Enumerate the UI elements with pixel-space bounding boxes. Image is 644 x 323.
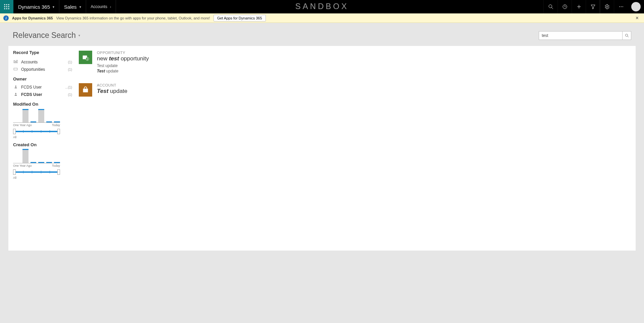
svg-point-18: [622, 6, 623, 7]
search-heading[interactable]: Relevance Search ▾: [13, 31, 80, 40]
chevron-down-icon: ▾: [53, 5, 54, 9]
user-avatar[interactable]: [631, 2, 641, 11]
waffle-icon: [4, 4, 10, 10]
facet-owner-label: Owner: [13, 76, 72, 82]
svg-point-26: [15, 93, 16, 94]
facet-row-accounts[interactable]: Accounts (1): [13, 58, 72, 66]
svg-point-25: [15, 86, 16, 87]
search-box-wrap: [539, 31, 631, 40]
get-apps-button[interactable]: Get Apps for Dynamics 365: [214, 15, 266, 21]
app-launcher-button[interactable]: [0, 0, 13, 13]
title-pre: new: [97, 55, 109, 62]
search-submit-button[interactable]: [623, 31, 631, 40]
filter-icon: [590, 4, 596, 9]
results-list: OPPORTUNITY new test opportunity Test up…: [75, 46, 636, 251]
svg-rect-5: [8, 6, 9, 7]
breadcrumb-label: Accounts: [91, 4, 107, 9]
chart-tick: [54, 162, 60, 163]
facet-count: ...(1): [65, 86, 72, 89]
chart-axis-labels: One Year Ago Today: [13, 123, 60, 127]
title-post: update: [108, 88, 127, 94]
svg-rect-24: [14, 68, 17, 70]
user-icon: [13, 85, 18, 90]
advanced-find-button[interactable]: [586, 0, 600, 13]
slider-handle-right[interactable]: [57, 169, 60, 175]
facet-label: FCDS User: [21, 85, 42, 90]
chart-tick: [31, 162, 37, 163]
created-on-chart: One Year Ago Today All: [13, 149, 60, 179]
svg-point-17: [621, 6, 621, 7]
svg-rect-0: [4, 4, 5, 5]
result-title[interactable]: Test update: [97, 88, 127, 95]
facet-modified-label: Modified On: [13, 102, 72, 107]
slider-handle-left[interactable]: [13, 129, 16, 134]
global-search-button[interactable]: [543, 0, 558, 13]
chart-tick: [54, 121, 60, 122]
search-icon: [625, 34, 629, 38]
sandbox-watermark: SANDBOX: [295, 2, 349, 11]
facet-row-owner[interactable]: FCDS User (1): [13, 91, 72, 98]
facet-created-label: Created On: [13, 142, 72, 147]
chevron-down-icon: ▾: [78, 34, 80, 37]
area-dropdown[interactable]: Sales ▾: [59, 0, 86, 13]
notif-close-button[interactable]: ×: [634, 15, 641, 21]
account-icon: [79, 83, 92, 97]
facet-row-owner[interactable]: FCDS User ...(1): [13, 84, 72, 91]
facet-label: Opportunities: [21, 67, 45, 72]
modified-on-slider[interactable]: [13, 129, 60, 135]
svg-rect-7: [6, 8, 7, 9]
brand-dropdown[interactable]: Dynamics 365 ▾: [13, 0, 59, 13]
opportunity-icon: [79, 51, 92, 64]
search-input[interactable]: [539, 31, 623, 40]
content-panel: Record Type Accounts (1) Opportunities (…: [8, 46, 636, 251]
svg-rect-30: [87, 59, 88, 60]
top-nav-bar: Dynamics 365 ▾ Sales ▾ Accounts › SANDBO…: [0, 0, 644, 13]
breadcrumb[interactable]: Accounts ›: [86, 0, 116, 13]
modified-on-bars: [13, 109, 60, 123]
facet-row-opportunities[interactable]: Opportunities (1): [13, 66, 72, 73]
notif-title: Apps for Dynamics 365: [12, 16, 53, 20]
slider-ticks: [14, 130, 59, 133]
info-icon: i: [3, 15, 9, 21]
chart-bar: [22, 109, 28, 122]
svg-rect-3: [4, 6, 5, 7]
axis-left: One Year Ago: [13, 123, 32, 127]
chart-bar: [22, 149, 28, 163]
svg-rect-31: [83, 89, 88, 93]
chevron-right-icon: ›: [110, 5, 111, 9]
svg-point-16: [619, 6, 620, 7]
svg-line-10: [551, 7, 553, 9]
facet-label: Accounts: [21, 60, 38, 64]
search-icon: [548, 4, 553, 9]
facet-label: FCDS User: [21, 92, 42, 97]
topbar-right-icons: [543, 0, 644, 13]
title-highlight: test: [109, 55, 119, 62]
svg-rect-21: [14, 61, 15, 63]
result-title[interactable]: new test opportunity: [97, 55, 149, 62]
chevron-down-icon: ▾: [79, 5, 81, 9]
facet-count: (1): [68, 60, 72, 64]
notification-bar: i Apps for Dynamics 365 View Dynamics 36…: [0, 13, 644, 23]
svg-point-19: [625, 34, 628, 36]
building-icon: [13, 60, 18, 64]
more-button[interactable]: [614, 0, 628, 13]
title-highlight: Test: [97, 88, 108, 94]
result-type-label: ACCOUNT: [97, 83, 127, 87]
new-record-button[interactable]: [572, 0, 586, 13]
ellipsis-icon: [619, 4, 624, 9]
recent-items-button[interactable]: [558, 0, 572, 13]
slider-handle-left[interactable]: [13, 169, 16, 175]
user-icon: [13, 92, 18, 97]
axis-left: One Year Ago: [13, 164, 32, 167]
area-label: Sales: [64, 4, 77, 10]
svg-point-9: [549, 5, 552, 8]
search-header: Relevance Search ▾: [0, 23, 644, 46]
slider-handle-right[interactable]: [57, 129, 60, 134]
created-on-slider[interactable]: [13, 169, 60, 175]
slider-label: All: [13, 176, 60, 179]
slider-ticks: [14, 171, 59, 173]
chart-axis-labels: One Year Ago Today: [13, 163, 60, 167]
svg-rect-23: [16, 60, 17, 63]
title-post: opportunity: [119, 55, 149, 62]
settings-button[interactable]: [600, 0, 614, 13]
